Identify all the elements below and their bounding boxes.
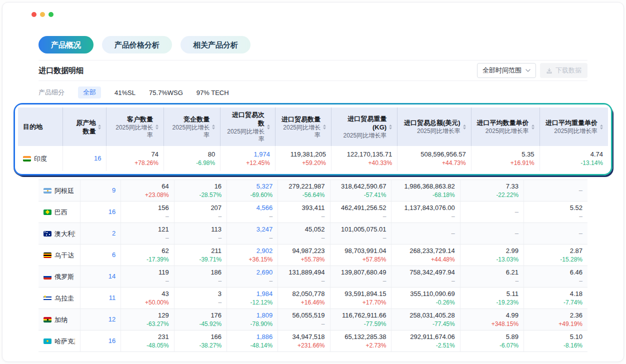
- metric-value: 2.99: [466, 246, 518, 256]
- tab-related-product-analysis[interactable]: 相关产品分析: [180, 36, 250, 54]
- tab-product-overview[interactable]: 产品概况: [38, 36, 94, 54]
- filter-option-41sl[interactable]: 41%SL: [114, 89, 136, 96]
- metric-cell[interactable]: 16: [63, 146, 106, 171]
- metric-value: 7.33: [466, 182, 518, 191]
- metric-cell[interactable]: 1,809-78.90%: [227, 309, 278, 330]
- time-range-select[interactable]: 全部时间范围: [477, 63, 536, 78]
- growth-rate: +44.48%: [396, 256, 454, 264]
- highlighted-country-row[interactable]: 印度1674+78.26%80-6.98%1,974+12.45%119,381…: [18, 146, 608, 171]
- sort-icon[interactable]: [600, 124, 603, 130]
- close-window-icon[interactable]: [32, 12, 36, 17]
- metric-value[interactable]: 16: [86, 208, 116, 216]
- column-header[interactable]: 进口平均重量单价2025同比增长率: [540, 108, 608, 146]
- metric-value[interactable]: 2,902: [232, 246, 272, 256]
- metric-value[interactable]: 14: [86, 272, 116, 281]
- sort-icon[interactable]: [267, 124, 270, 130]
- sort-icon[interactable]: [463, 124, 466, 130]
- column-header[interactable]: 进口贸易总额(美元)2025同比增长率: [398, 108, 472, 146]
- metric-cell[interactable]: 2,690–: [227, 266, 278, 288]
- filter-option-757wsg[interactable]: 75.7%WSG: [149, 89, 183, 96]
- metric-value: 16: [180, 182, 222, 191]
- sort-icon[interactable]: [156, 124, 158, 130]
- metric-cell[interactable]: 14: [80, 266, 120, 288]
- country-row[interactable]: 乌干达662-17.39%211-39.71%2,902+36.15%94,98…: [38, 244, 588, 266]
- growth-rate: -77.59%: [336, 320, 386, 328]
- sort-icon[interactable]: [389, 124, 392, 130]
- metric-value[interactable]: 16: [68, 154, 101, 163]
- growth-rate: –: [126, 277, 169, 285]
- metric-cell[interactable]: 16: [80, 330, 120, 352]
- column-header[interactable]: 竞企数量2025同比增长率: [164, 108, 220, 146]
- metric-value[interactable]: 1,886: [232, 332, 272, 342]
- metric-cell[interactable]: 9: [80, 180, 120, 202]
- growth-rate: –: [336, 212, 386, 220]
- metric-value[interactable]: 1,984: [232, 290, 272, 298]
- metric-value[interactable]: 2: [86, 229, 116, 238]
- metric-value: 80: [169, 150, 215, 159]
- metric-cell[interactable]: 6: [80, 244, 120, 266]
- metric-cell[interactable]: 3,247–: [227, 223, 278, 244]
- country-row[interactable]: 阿根廷964+23.08%16-28.57%5,327-69.60%279,22…: [38, 180, 588, 202]
- tab-product-price-analysis[interactable]: 产品价格分析: [102, 36, 172, 54]
- growth-rate: +348.15%: [466, 320, 518, 328]
- column-header[interactable]: 进口贸易次数2025同比增长率: [220, 108, 276, 146]
- growth-rate: -48.14%: [232, 342, 272, 350]
- country-row[interactable]: 乌拉圭1143+50.00%3–1,984-12.12%82,050,778+1…: [38, 288, 588, 309]
- destination-cell: 澳大利亚: [38, 223, 80, 244]
- minimize-window-icon[interactable]: [40, 12, 45, 17]
- filter-option-97tech[interactable]: 97% TECH: [196, 89, 229, 96]
- metric-value: 292,911,674.06: [396, 332, 454, 342]
- metric-value[interactable]: 9: [86, 186, 116, 195]
- metric-cell[interactable]: 1,974+12.45%: [220, 146, 276, 171]
- metric-value[interactable]: 12: [86, 315, 116, 324]
- country-row[interactable]: 澳大利亚2121–113–3,247–45,052–101,005,075.01…: [38, 223, 588, 244]
- metric-cell[interactable]: 2,902+36.15%: [227, 244, 278, 266]
- metric-value[interactable]: 4,566: [232, 204, 272, 212]
- au-flag-icon: [44, 231, 52, 236]
- growth-rate: +49.19%: [529, 320, 582, 328]
- download-button[interactable]: 下载数据: [540, 63, 588, 78]
- sort-icon[interactable]: [323, 124, 326, 130]
- metric-value: 64: [126, 182, 169, 191]
- metric-value[interactable]: 1,809: [232, 311, 272, 320]
- sort-icon[interactable]: [98, 124, 101, 130]
- sort-icon[interactable]: [532, 124, 534, 130]
- metric-cell: 119,381,205+59.20%: [275, 146, 331, 171]
- country-row[interactable]: 哈萨克斯坦16231-48.05%166-38.27%1,886-48.14%3…: [38, 330, 588, 352]
- country-row[interactable]: 加纳12129-63.27%176-45.92%1,809-78.90%56,0…: [38, 309, 588, 330]
- metric-value[interactable]: 5,327: [232, 182, 272, 191]
- kz-flag-icon: [44, 338, 52, 344]
- growth-rate: –: [232, 277, 272, 285]
- metric-value[interactable]: 2,690: [232, 268, 272, 277]
- column-header[interactable]: 原产地 数量: [63, 108, 106, 146]
- metric-value[interactable]: 1,974: [226, 150, 270, 159]
- country-row[interactable]: 俄罗斯14119–186–2,690–131,889,494–139,807,6…: [38, 266, 588, 288]
- metric-cell[interactable]: 11: [80, 288, 120, 309]
- maximize-window-icon[interactable]: [48, 12, 54, 17]
- metric-cell: 5.10-8.16%: [524, 330, 588, 352]
- metric-cell[interactable]: 5,327-69.60%: [227, 180, 278, 202]
- metric-cell: 16-28.57%: [174, 180, 226, 202]
- sort-icon[interactable]: [212, 124, 215, 130]
- country-row[interactable]: 巴西16156–207–4,566–393,411–462,491,256.52…: [38, 202, 588, 223]
- metric-cell[interactable]: 2: [80, 223, 120, 244]
- metric-cell[interactable]: 1,886-48.14%: [227, 330, 278, 352]
- metric-value[interactable]: 3,247: [232, 225, 272, 234]
- metric-value[interactable]: 16: [86, 336, 116, 346]
- metric-cell[interactable]: 12: [80, 309, 120, 330]
- column-header[interactable]: 进口平均数量单价2025同比增长率: [471, 108, 540, 146]
- metric-cell: –: [524, 223, 588, 244]
- column-header[interactable]: 进口贸易重量(KG)2025同比增长率: [332, 108, 398, 146]
- growth-rate: –: [126, 234, 169, 242]
- growth-rate: –: [283, 212, 324, 220]
- column-header[interactable]: 客户数量2025同比增长率: [106, 108, 164, 146]
- country-name: 哈萨克斯坦: [54, 337, 75, 346]
- metric-value: 1,137,843,076.00: [396, 204, 454, 212]
- column-header[interactable]: 进口贸易数量2025同比增长率: [275, 108, 331, 146]
- metric-cell[interactable]: 16: [80, 202, 120, 223]
- metric-cell[interactable]: 1,984-12.12%: [227, 288, 278, 309]
- metric-value[interactable]: 11: [86, 294, 116, 302]
- metric-cell[interactable]: 4,566–: [227, 202, 278, 223]
- metric-value[interactable]: 6: [86, 250, 116, 260]
- filter-option-all[interactable]: 全部: [78, 86, 101, 98]
